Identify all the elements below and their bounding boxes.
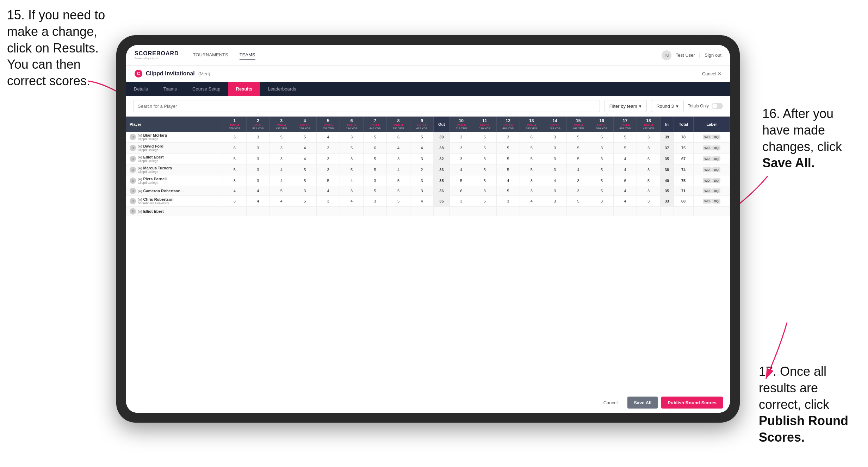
score-hole-17[interactable]: 5 — [613, 132, 637, 143]
score-hole-10[interactable]: 3 — [450, 132, 473, 143]
score-hole-17[interactable]: 6 — [613, 175, 637, 186]
score-hole-6[interactable]: 5 — [340, 164, 363, 175]
player-search-input[interactable] — [133, 100, 600, 112]
score-hole-9[interactable]: 5 — [410, 132, 433, 143]
nav-tournaments[interactable]: TOURNAMENTS — [193, 51, 228, 60]
score-hole-9[interactable]: 4 — [410, 196, 433, 207]
score-hole-2[interactable]: 3 — [246, 164, 269, 175]
score-hole-11[interactable]: 5 — [473, 132, 496, 143]
score-hole-8[interactable]: 5 — [387, 186, 410, 196]
score-hole-15[interactable]: 4 — [566, 164, 590, 175]
score-hole-15[interactable]: 3 — [566, 186, 590, 196]
score-hole-14[interactable]: 3 — [543, 143, 566, 154]
score-hole-10[interactable]: 3 — [450, 154, 473, 164]
score-hole-7[interactable]: 5 — [363, 186, 386, 196]
score-hole-8[interactable]: 5 — [387, 196, 410, 207]
score-hole-14[interactable]: 3 — [543, 186, 566, 196]
score-hole-7[interactable]: 6 — [363, 143, 386, 154]
score-hole-6[interactable]: 4 — [340, 196, 363, 207]
score-hole-11[interactable]: 5 — [473, 164, 496, 175]
score-hole-10[interactable]: 6 — [450, 186, 473, 196]
tab-teams[interactable]: Teams — [156, 82, 185, 96]
score-hole-13[interactable]: 4 — [520, 196, 543, 207]
label-dq-button[interactable]: DQ — [712, 135, 721, 139]
score-hole-8[interactable]: 4 — [387, 164, 410, 175]
score-hole-18[interactable]: 5 — [637, 175, 660, 186]
save-all-button[interactable]: Save All — [627, 397, 658, 409]
score-hole-1[interactable]: 5 — [223, 164, 246, 175]
score-hole-14[interactable]: 3 — [543, 132, 566, 143]
score-hole-1[interactable]: 4 — [223, 186, 246, 196]
round-selector-button[interactable]: Round 3 ▾ — [651, 100, 683, 112]
score-hole-2[interactable]: 3 — [246, 132, 269, 143]
score-hole-6[interactable]: 3 — [340, 186, 363, 196]
score-hole-1[interactable]: 5 — [223, 154, 246, 164]
score-hole-9[interactable]: 3 — [410, 186, 433, 196]
score-hole-7[interactable]: 5 — [363, 154, 386, 164]
score-hole-13[interactable]: 5 — [520, 143, 543, 154]
score-hole-16[interactable]: 3 — [590, 154, 613, 164]
label-dq-button[interactable]: DQ — [712, 145, 721, 150]
score-hole-3[interactable]: 3 — [270, 154, 293, 164]
score-hole-7[interactable]: 3 — [363, 196, 386, 207]
score-hole-5[interactable]: 4 — [316, 186, 340, 196]
score-hole-15[interactable]: 5 — [566, 196, 590, 207]
score-hole-6[interactable]: 3 — [340, 154, 363, 164]
score-hole-17[interactable]: 4 — [613, 196, 637, 207]
score-hole-5[interactable]: 3 — [316, 143, 340, 154]
filter-team-button[interactable]: Filter by team ▾ — [604, 100, 647, 112]
publish-round-scores-button[interactable]: Publish Round Scores — [661, 397, 723, 409]
score-hole-16[interactable]: 3 — [590, 143, 613, 154]
score-hole-3[interactable]: 3 — [270, 143, 293, 154]
score-hole-13[interactable]: 5 — [520, 154, 543, 164]
score-hole-10[interactable]: 4 — [450, 164, 473, 175]
label-wd-button[interactable]: WD — [703, 145, 712, 150]
score-hole-2[interactable]: 4 — [246, 196, 269, 207]
score-hole-11[interactable]: 3 — [473, 154, 496, 164]
tab-course-setup[interactable]: Course Setup — [185, 82, 228, 96]
score-hole-4[interactable]: 4 — [293, 154, 316, 164]
tab-results[interactable]: Results — [228, 82, 260, 96]
score-hole-1[interactable]: 6 — [223, 143, 246, 154]
score-hole-16[interactable]: 3 — [590, 196, 613, 207]
score-hole-3[interactable]: 4 — [270, 196, 293, 207]
score-hole-7[interactable]: 5 — [363, 164, 386, 175]
score-hole-12[interactable]: 5 — [496, 154, 520, 164]
totals-only-toggle[interactable] — [712, 103, 723, 109]
score-hole-18[interactable]: 3 — [637, 186, 660, 196]
score-hole-6[interactable]: 3 — [340, 132, 363, 143]
score-hole-14[interactable]: 3 — [543, 154, 566, 164]
score-hole-1[interactable]: 3 — [223, 196, 246, 207]
score-hole-3[interactable]: 4 — [270, 175, 293, 186]
score-hole-18[interactable]: 3 — [637, 143, 660, 154]
score-hole-4[interactable]: 4 — [293, 143, 316, 154]
score-hole-10[interactable]: 3 — [450, 143, 473, 154]
label-dq-button[interactable]: DQ — [712, 188, 721, 193]
score-hole-18[interactable]: 3 — [637, 196, 660, 207]
score-hole-4[interactable]: 5 — [293, 132, 316, 143]
score-hole-18[interactable]: 6 — [637, 154, 660, 164]
score-hole-18[interactable]: 3 — [637, 164, 660, 175]
score-hole-9[interactable]: 3 — [410, 175, 433, 186]
score-hole-13[interactable]: 3 — [520, 175, 543, 186]
score-hole-18[interactable]: 3 — [637, 132, 660, 143]
score-hole-4[interactable]: 5 — [293, 175, 316, 186]
score-hole-11[interactable]: 5 — [473, 196, 496, 207]
score-hole-12[interactable]: 3 — [496, 196, 520, 207]
score-hole-11[interactable]: 5 — [473, 143, 496, 154]
nav-teams[interactable]: TEAMS — [240, 51, 255, 60]
score-hole-10[interactable]: 3 — [450, 196, 473, 207]
score-hole-2[interactable]: 3 — [246, 143, 269, 154]
score-hole-12[interactable]: 4 — [496, 175, 520, 186]
score-hole-5[interactable]: 3 — [316, 196, 340, 207]
score-hole-3[interactable]: 5 — [270, 132, 293, 143]
cancel-action-button[interactable]: Cancel — [597, 397, 624, 409]
score-hole-6[interactable]: 4 — [340, 175, 363, 186]
score-hole-2[interactable]: 4 — [246, 186, 269, 196]
score-hole-14[interactable]: 4 — [543, 175, 566, 186]
score-hole-12[interactable]: 5 — [496, 164, 520, 175]
score-hole-15[interactable]: 5 — [566, 132, 590, 143]
label-wd-button[interactable]: WD — [703, 188, 712, 193]
score-hole-6[interactable]: 5 — [340, 143, 363, 154]
score-hole-12[interactable]: 5 — [496, 143, 520, 154]
